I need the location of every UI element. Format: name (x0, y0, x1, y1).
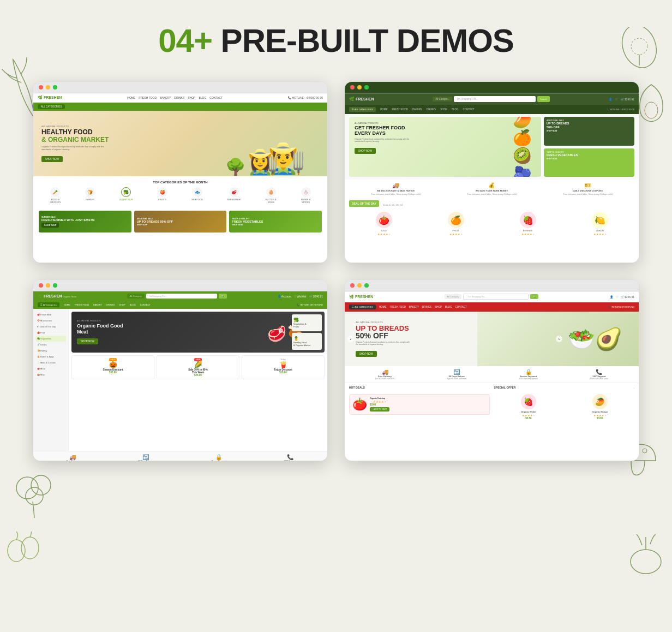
sidebar-meat[interactable]: 🥩 Meat (35, 366, 66, 372)
demo4-mango[interactable]: 🥭 Organic Mango ★★★★★ $3.00 (565, 394, 634, 420)
demo1-shop-btn[interactable]: SHOP NOW (41, 156, 63, 162)
demo4-feature-support: 📞 24/7 Support With each retail order (590, 369, 608, 380)
demo3-hero-title: Organic Food GoodMeat (77, 323, 123, 335)
demo-card-3[interactable]: 🌿 FRESHEN Organic Store All Category I'm… (33, 279, 328, 461)
page-wrapper: 04+ PRE-BUILT DEMOS 🌿 FRESHEN HOME FRESH… (0, 0, 672, 632)
demo4-add-ketchup-btn[interactable]: + ADD TO CART (370, 407, 389, 412)
demo1-nav-links: HOME FRESH FOOD BAKERY DRINKS SHOP BLOG … (127, 96, 223, 99)
deal-header: DEAL OF THE DAY (349, 200, 379, 207)
demo3-product-today[interactable]: Today 🍟 Today Discount $18.00 (242, 355, 325, 379)
browser-bar-1 (33, 82, 327, 93)
demo3-search-input[interactable]: I'm Shopping For... (146, 294, 217, 299)
demo2-search-input[interactable]: I'm Shopping For... (454, 96, 536, 102)
demo3-search-btn[interactable]: 🔍 (219, 294, 227, 299)
demo3-product-season[interactable]: SALE 🎃 Season Discount $30.00 (71, 355, 154, 379)
sidebar-drinks[interactable]: 🥤 Drinks (35, 342, 66, 348)
demo1-logo: 🌿 FRESHEN (38, 96, 62, 100)
sidebar-fruit[interactable]: 🍎 Fruit (35, 330, 66, 336)
demo4-hot-deals: HOT DEALS › 🍅 Organic Ketchup ★★★★★ $3.0… (349, 386, 490, 420)
deal-juice[interactable]: 🍅 JUICE ★★★★★ (349, 212, 418, 236)
banner-vegetables[interactable]: TASTY & HEALTHY FRESH VEGETABLES SHOP NO… (229, 211, 322, 232)
sidebar-vegetables[interactable]: 🥦 Vegetables (35, 336, 66, 342)
demo2-search-area: All Categor... I'm Shopping For... Searc… (433, 96, 549, 102)
cat-eggs[interactable]: 🥚 BUTTER & EGGS (266, 187, 277, 204)
demo4-search-btn[interactable]: 🔍 (530, 294, 538, 299)
demo2-search-btn[interactable]: Search (537, 96, 550, 102)
cat-fruits[interactable]: 🍑 FRUITS (158, 187, 167, 204)
demo4-hero-salad: 🥗🥑 (562, 314, 628, 363)
demo4-special-products: 🍓 Organic Medel ★★★★★ $2.50 🥭 Organic Ma… (494, 394, 635, 420)
sidebar-misc[interactable]: 📦 Misc (35, 372, 66, 378)
demo4-strawberry[interactable]: 🍓 Organic Medel ★★★★★ $2.50 (494, 394, 563, 420)
demo3-product-sale[interactable]: NEW 🌽 Sale 70% to 90%This Week $25.00 (157, 355, 239, 379)
demo2-topbar: 🌿 FRESHEN All Categor... I'm Shopping Fo… (345, 93, 639, 105)
sidebar-mushrooms[interactable]: 🍄 Mushrooms (35, 318, 66, 324)
demo4-prev-btn[interactable]: ‹ (347, 336, 354, 342)
deal-berries[interactable]: 🍓 BERRIES ★★★★★ (493, 212, 562, 236)
cat-herbs[interactable]: 🧄 HERBS & SPICES (301, 187, 311, 204)
cat-seafood[interactable]: 🐟 SEA FOOD (191, 187, 202, 204)
demo-card-1[interactable]: 🌿 FRESHEN HOME FRESH FOOD BAKERY DRINKS … (33, 81, 328, 263)
sidebar-bakery[interactable]: 🍞 Bakery (35, 348, 66, 354)
banner-breads[interactable]: SEASONAL SALE UP TO BREADS 50% OFF SHOP … (134, 211, 227, 232)
demo4-search-input[interactable]: I'm Shopping For... (463, 294, 529, 300)
demo2-hero: ALL NATURAL PRODUCTS GET FRESHER FOODEVE… (345, 114, 639, 180)
demo3-hero-btn[interactable]: SHOP NOW (77, 338, 98, 344)
deco-turnip-right (628, 534, 664, 577)
demo1-hero-desc: Organic Freshen food produced by methods… (41, 145, 107, 151)
feature-money: 💰 WE SAVE YOUR MORE MONEY Fast compare r… (467, 182, 517, 195)
feature-delivery: 🚚 WE DELIVER FAST & SAVE FASTER Fast com… (371, 182, 421, 195)
cat-meat[interactable]: 🥩 FRESH MEAT (227, 187, 241, 204)
demo4-nav: ☰ ALL CATEGORIES HOME FRESH FOOD BAKERY … (345, 302, 639, 312)
demo3-sidebar: 🥩 Fresh Meat 🍄 Mushrooms 🏷 Deal of The D… (33, 309, 69, 451)
demo3-main: ALL NATURAL PRODUCTS Organic Food GoodMe… (69, 309, 327, 451)
browser-dot-red-3 (39, 283, 43, 288)
demo4-deals: HOT DEALS › 🍅 Organic Ketchup ★★★★★ $3.0… (345, 383, 639, 422)
sidebar-deal[interactable]: 🏷 Deal of The Day (35, 324, 66, 330)
demo4-feature-payment: 🔒 Secure Payment 100% secure payment (519, 369, 538, 380)
demo4-shop-btn[interactable]: SHOP NOW (356, 351, 377, 357)
demo-card-4[interactable]: 🌿 FRESHEN All Category I'm Shopping For.… (344, 279, 639, 461)
demo1-hero-text: ALL NATURAL PRODUCTS HEALTHY FOOD& ORGAN… (41, 125, 109, 162)
demo2-features: 🚚 WE DELIVER FAST & SAVE FASTER Fast com… (345, 180, 639, 198)
sidebar-fresh-meat[interactable]: 🥩 Fresh Meat (35, 312, 66, 318)
svg-point-4 (21, 537, 39, 559)
svg-point-2 (26, 487, 43, 505)
browser-dot-yellow-3 (46, 283, 50, 288)
browser-dot-red-2 (350, 85, 355, 90)
browser-dot-green (53, 85, 57, 90)
demo4-special-offer: SPECIAL OFFER › 🍓 Organic Medel ★★★★★ $2… (494, 386, 635, 420)
demo1-hero: ALL NATURAL PRODUCTS HEALTHY FOOD& ORGAN… (33, 111, 327, 176)
demo4-hero-text: ALL NATURAL PRODUCTS UP TO BREADS50% OFF… (356, 321, 410, 357)
demo2-hero-desc: Organic Freshen food produced by methods… (355, 138, 415, 142)
browser-bar-2 (345, 82, 639, 93)
demo4-topbar: 🌿 FRESHEN All Category I'm Shopping For.… (345, 291, 639, 302)
sidebar-butter-eggs[interactable]: 🥚 Butter & Eggs (35, 354, 66, 360)
svg-point-7 (645, 102, 658, 118)
browser-dot-yellow-2 (357, 85, 362, 90)
demo2-hero-main: ALL NATURAL PRODUCTS GET FRESHER FOODEVE… (349, 117, 541, 177)
cat-nutrition[interactable]: 🥦 NUTRITIOUS (119, 187, 133, 204)
demo1-hero-title: HEALTHY FOOD& ORGANIC MARKET (41, 129, 109, 143)
demos-count: 04+ (158, 22, 212, 59)
cat-bakery[interactable]: 🍞 BAKERY (85, 187, 95, 204)
sidebar-milks[interactable]: 🥛 Milks & Creams (35, 360, 66, 366)
svg-point-9 (643, 449, 647, 453)
demo2-hero-fruit: 🥭🍊🥝🫐 (506, 120, 538, 174)
demo4-ketchup-featured[interactable]: 🍅 Organic Ketchup ★★★★★ $3.00 + ADD TO C… (349, 394, 490, 415)
cat-food[interactable]: 🥕 FOOD & GROCERY (50, 187, 61, 204)
demo4-allcat-btn[interactable]: ☰ ALL CATEGORIES (349, 305, 376, 309)
banner-summer[interactable]: SUMMER SALE FRESH SUMMER WITH JUST $250.… (39, 211, 131, 232)
demo-card-2[interactable]: 🌿 FRESHEN All Categor... I'm Shopping Fo… (344, 81, 639, 263)
browser-dot-green-2 (364, 85, 369, 90)
demo4-next-btn[interactable]: › (556, 336, 562, 342)
demos-grid: 🌿 FRESHEN HOME FRESH FOOD BAKERY DRINKS … (33, 81, 639, 461)
demo2-shop-btn[interactable]: SHOP NOW (355, 148, 376, 154)
demo2-side-breads: ADDITIONAL SALE UP TO BREADS50% OFF SHOP… (544, 117, 634, 146)
deal-products: 🍅 JUICE ★★★★★ 🍊 FRUIT ★★★★★ 🍓 BERRIES (349, 212, 634, 236)
deal-lemon[interactable]: 🍋 LEMON ★★★★★ (565, 212, 634, 236)
demo4-feature-returns: ↩️ 90 Days Return If goods have problems (447, 369, 466, 380)
deal-fruit[interactable]: 🍊 FRUIT ★★★★★ (421, 212, 490, 236)
demo1-categories: TOP CATEGORIES OF THE MONTH 🥕 FOOD & GRO… (33, 176, 327, 208)
deco-broccoli (14, 472, 57, 523)
